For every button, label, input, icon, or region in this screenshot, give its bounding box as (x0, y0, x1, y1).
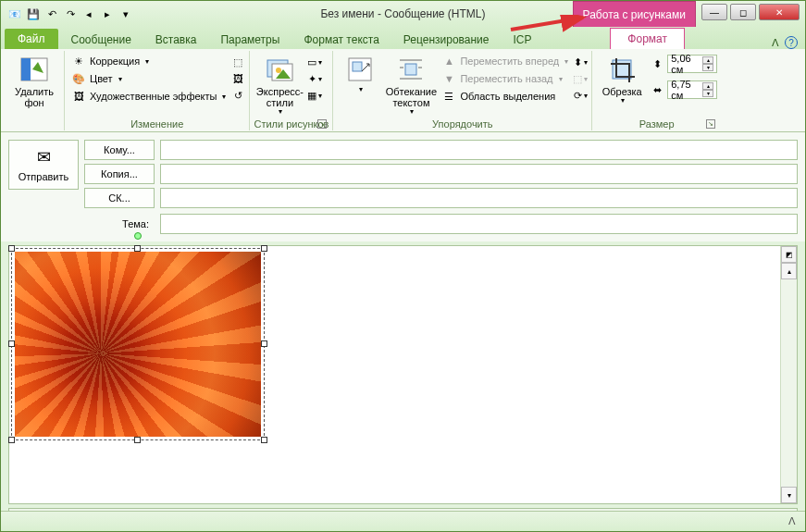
tab-file[interactable]: Файл (5, 29, 58, 49)
scroll-up-icon[interactable]: ▴ (781, 263, 797, 279)
tab-message[interactable]: Сообщение (60, 30, 143, 49)
app-icon[interactable]: 📧 (6, 6, 23, 22)
tab-options[interactable]: Параметры (209, 30, 291, 49)
color-icon: 🎨 (71, 71, 86, 86)
handle-b[interactable] (134, 437, 141, 443)
ribbon: Удалить фон ☀Коррекция▾ 🎨Цвет▾ 🖼Художест… (1, 49, 805, 132)
handle-bl[interactable] (8, 437, 15, 443)
cc-input[interactable] (160, 164, 798, 184)
svg-rect-2 (21, 58, 31, 80)
svg-point-5 (276, 68, 281, 73)
window-title: Без имени - Сообщение (HTML) (320, 7, 485, 20)
handle-br[interactable] (261, 437, 267, 443)
width-up[interactable]: ▴ (702, 82, 713, 90)
group-adjust-label: Изменение (68, 118, 245, 130)
crop-button[interactable]: Обрезка▾ (596, 53, 648, 107)
selected-image[interactable] (15, 252, 261, 437)
tab-insert[interactable]: Вставка (144, 30, 208, 49)
minimize-button[interactable]: — (701, 4, 727, 20)
remove-bg-icon (19, 55, 49, 84)
height-down[interactable]: ▾ (702, 64, 713, 71)
bcc-button[interactable]: СК... (84, 188, 155, 208)
tab-format[interactable]: Формат (610, 28, 685, 49)
size-dialog-launcher[interactable]: ↘ (706, 119, 715, 129)
styles-icon (265, 55, 294, 84)
picture-styles-button[interactable]: Экспресс-стили▾ (254, 53, 305, 118)
svg-rect-7 (353, 62, 362, 71)
cc-button[interactable]: Копия... (84, 164, 155, 184)
next-icon[interactable]: ▸ (99, 6, 116, 22)
group-icon[interactable]: ⬚▾ (573, 71, 588, 86)
group-size-label: Размер↘ (596, 118, 717, 130)
artistic-effects-button[interactable]: 🖼Художественные эффекты▾ (68, 88, 229, 105)
width-input[interactable]: 6,75 см▴▾ (667, 80, 717, 99)
subject-label: Тема: (8, 218, 155, 229)
tab-text-format[interactable]: Формат текста (292, 30, 390, 49)
send-backward-icon: ▼ (441, 71, 456, 86)
tab-icp[interactable]: ICP (502, 30, 543, 49)
contextual-tab-title: Работа с рисунками (573, 1, 696, 27)
qat-dropdown-icon[interactable]: ▾ (118, 6, 134, 22)
picture-layout-icon[interactable]: ▦▾ (307, 88, 322, 103)
picture-effects-icon[interactable]: ✦▾ (307, 71, 322, 86)
subject-input[interactable] (160, 214, 798, 234)
change-picture-icon[interactable]: 🖼 (230, 71, 245, 86)
quick-access-toolbar: 📧 💾 ↶ ↷ ◂ ▸ ▾ (1, 6, 134, 22)
handle-r[interactable] (261, 340, 267, 347)
scroll-misc-icon[interactable]: ◩ (781, 246, 797, 263)
handle-tl[interactable] (8, 245, 15, 252)
rotate-icon[interactable]: ⟳▾ (573, 88, 588, 103)
scroll-down-icon[interactable]: ▾ (781, 487, 797, 503)
help-icon[interactable]: ? (785, 36, 798, 49)
height-up[interactable]: ▴ (702, 56, 713, 64)
body-canvas[interactable] (9, 246, 780, 503)
save-icon[interactable]: 💾 (25, 6, 42, 22)
handle-tr[interactable] (261, 245, 267, 252)
prev-icon[interactable]: ◂ (81, 6, 97, 22)
height-input[interactable]: 5,06 см▴▾ (667, 55, 717, 73)
ribbon-tabs: Файл Сообщение Вставка Параметры Формат … (1, 27, 805, 49)
selection-pane-button[interactable]: ☰Область выделения (439, 88, 571, 105)
message-body: ◩ ▴ ▾ (8, 245, 798, 504)
bcc-input[interactable] (160, 188, 798, 208)
redo-icon[interactable]: ↷ (62, 6, 79, 22)
handle-t[interactable] (134, 245, 141, 252)
effects-icon: 🖼 (71, 89, 86, 104)
svg-rect-8 (405, 64, 416, 75)
compose-area: ✉ Отправить Кому... Копия... СК... Тема: (1, 132, 805, 241)
to-button[interactable]: Кому... (84, 140, 155, 160)
envelope-icon: ✉ (37, 147, 51, 167)
wrap-text-button[interactable]: Обтекание текстом▾ (385, 53, 437, 118)
picture-border-icon[interactable]: ▭▾ (307, 55, 322, 69)
width-icon: ⬌ (650, 82, 664, 97)
send-backward-button[interactable]: ▼Переместить назад▾ (439, 70, 571, 87)
window-controls: — ◻ ✕ (701, 4, 800, 20)
maximize-button[interactable]: ◻ (730, 4, 756, 20)
brightness-icon: ☀ (71, 54, 86, 68)
rotate-handle[interactable] (134, 232, 142, 240)
align-icon[interactable]: ⬍▾ (573, 55, 588, 69)
crop-icon (607, 55, 637, 84)
bring-forward-button[interactable]: ▲Переместить вперед▾ (439, 53, 571, 69)
scroll-track[interactable] (781, 279, 797, 487)
styles-dialog-launcher[interactable]: ↘ (317, 119, 327, 129)
to-input[interactable] (160, 140, 798, 160)
collapse-ribbon-icon[interactable]: ᐱ (772, 37, 779, 49)
compress-icon[interactable]: ⬚ (230, 55, 245, 69)
group-styles-label: Стили рисунков↘ (254, 118, 329, 130)
expand-icon[interactable]: ᐱ (788, 515, 796, 527)
tab-review[interactable]: Рецензирование (392, 30, 501, 49)
position-button[interactable]: ▾ (337, 53, 383, 96)
handle-l[interactable] (8, 340, 15, 347)
close-button[interactable]: ✕ (759, 4, 800, 20)
color-button[interactable]: 🎨Цвет▾ (68, 70, 229, 87)
undo-icon[interactable]: ↶ (43, 6, 60, 22)
corrections-button[interactable]: ☀Коррекция▾ (68, 53, 229, 69)
send-button[interactable]: ✉ Отправить (8, 140, 79, 190)
position-icon (345, 55, 375, 84)
vertical-scrollbar[interactable]: ◩ ▴ ▾ (780, 246, 797, 503)
width-down[interactable]: ▾ (702, 90, 713, 97)
remove-background-button[interactable]: Удалить фон (8, 53, 60, 110)
wrap-icon (396, 55, 426, 84)
reset-picture-icon[interactable]: ↺ (230, 88, 245, 103)
